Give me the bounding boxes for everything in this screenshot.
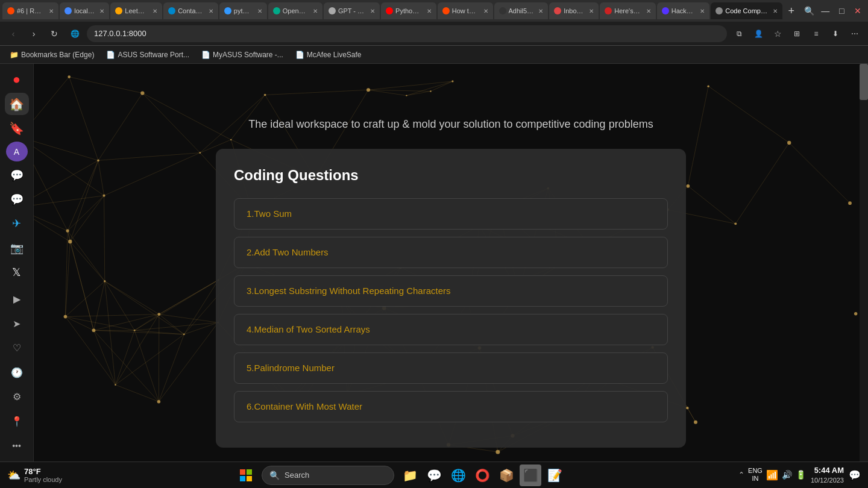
- clock-date: 10/12/2023: [811, 476, 844, 485]
- bookmark-mcafee[interactable]: 📄 McAfee LiveSafe: [291, 49, 366, 60]
- search-browser-icon[interactable]: 🔍: [801, 2, 816, 19]
- taskbar: ⛅ 78°F Partly cloudy 🔍 Search 📁 💬 🌐 ⭕: [0, 461, 868, 488]
- system-clock[interactable]: 5:44 AM 10/12/2023: [811, 465, 844, 486]
- taskbar-unknown1[interactable]: 📦: [495, 465, 517, 486]
- browser-tab-8[interactable]: Python D...✕: [381, 2, 436, 19]
- bookmark-label: McAfee LiveSafe: [307, 51, 362, 59]
- favorites-icon[interactable]: ☆: [769, 25, 786, 42]
- start-button[interactable]: [235, 465, 257, 486]
- taskbar-search[interactable]: 🔍 Search: [262, 466, 394, 485]
- clock-time: 5:44 AM: [811, 465, 844, 476]
- profile-icon[interactable]: 👤: [750, 25, 767, 42]
- bookmark-myasus[interactable]: 📄 MyASUS Software -...: [197, 49, 288, 60]
- sidebar-video-icon[interactable]: ▶: [5, 289, 29, 310]
- taskbar-opera[interactable]: ⭕: [471, 465, 493, 486]
- taskbar-teams[interactable]: 💬: [423, 465, 445, 486]
- lang-indicator[interactable]: ENGIN: [748, 467, 763, 483]
- svg-rect-2: [240, 476, 245, 481]
- collections-icon[interactable]: ⊞: [788, 25, 805, 42]
- weather-info: 78°F Partly cloudy: [24, 467, 62, 483]
- page-scrollbar[interactable]: [860, 64, 868, 461]
- bookmarks-bar: 📁 Bookmarks Bar (Edge) 📄 ASUS Software P…: [0, 46, 868, 64]
- browser-tab-5[interactable]: python -✕: [219, 2, 267, 19]
- wifi-icon[interactable]: 📶: [766, 469, 778, 481]
- question-item-1[interactable]: 1.Two Sum: [234, 198, 668, 230]
- back-button[interactable]: ‹: [5, 25, 22, 42]
- scrollbar-thumb[interactable]: [860, 64, 868, 100]
- reader-view-icon[interactable]: ≡: [808, 25, 825, 42]
- system-tray: ⌃ ENGIN 📶 🔊 🔋: [738, 467, 806, 483]
- tray-arrow-icon[interactable]: ⌃: [738, 471, 744, 479]
- address-bar: ‹ › ↻ 🌐 ⧉ 👤 ☆ ⊞ ≡ ⬇ ⋯: [0, 22, 868, 46]
- questions-list: 1.Two Sum2.Add Two Numbers3.Longest Subs…: [234, 198, 668, 422]
- bookmark-bar-folder[interactable]: 📁 Bookmarks Bar (Edge): [5, 49, 99, 60]
- sidebar-telegram-icon[interactable]: ✈: [5, 213, 29, 234]
- taskbar-fileexplorer[interactable]: 📁: [399, 465, 421, 486]
- url-input[interactable]: [87, 25, 727, 42]
- sidebar-pin-icon[interactable]: 📍: [5, 410, 29, 432]
- download-icon[interactable]: ⬇: [827, 25, 844, 42]
- sidebar-opera-icon[interactable]: ●: [5, 69, 29, 90]
- forward-button[interactable]: ›: [25, 25, 42, 42]
- question-item-3[interactable]: 3.Longest Substring Without Repeating Ch…: [234, 275, 668, 307]
- weather-temp: 78°F: [24, 467, 62, 476]
- bookmark-asus-portal[interactable]: 📄 ASUS Software Port...: [101, 49, 194, 60]
- maximize-button[interactable]: □: [834, 2, 849, 19]
- sidebar-settings-icon[interactable]: ⚙: [5, 386, 29, 408]
- search-text: Search: [285, 471, 309, 480]
- browser-tab-2[interactable]: localhost✕: [60, 2, 109, 19]
- battery-icon[interactable]: 🔋: [796, 470, 806, 480]
- sidebar-x-icon[interactable]: 𝕏: [5, 261, 29, 283]
- weather-widget[interactable]: ⛅ 78°F Partly cloudy: [7, 467, 62, 483]
- settings-icon[interactable]: ⋯: [846, 25, 863, 42]
- minimize-button[interactable]: —: [818, 2, 833, 19]
- taskbar-center: 🔍 Search 📁 💬 🌐 ⭕ 📦 ⬛ 📝: [62, 465, 738, 486]
- folder-icon: 📁: [10, 51, 19, 59]
- sidebar-instagram-icon[interactable]: 📷: [5, 237, 29, 259]
- taskbar-vscode[interactable]: 📝: [544, 465, 565, 486]
- question-item-4[interactable]: 4.Median of Two Sorted Arrays: [234, 314, 668, 345]
- sidebar-arc-icon[interactable]: A: [6, 142, 28, 161]
- hero-text: The ideal workspace to craft up & mold y…: [248, 118, 653, 131]
- extensions-icon[interactable]: ⧉: [731, 25, 747, 42]
- browser-tab-7[interactable]: GPT - Op...✕: [324, 2, 380, 19]
- browser-tab-14[interactable]: Code Companion✕: [711, 2, 782, 19]
- browser-tab-11[interactable]: Inbox (2)✕: [549, 2, 599, 19]
- question-item-6[interactable]: 6.Container With Most Water: [234, 391, 668, 422]
- weather-condition: Partly cloudy: [24, 476, 62, 483]
- question-item-2[interactable]: 2.Add Two Numbers: [234, 237, 668, 268]
- search-icon: 🔍: [269, 471, 280, 480]
- sidebar-heart-icon[interactable]: ♡: [5, 337, 29, 359]
- browser-tab-4[interactable]: Containe...✕: [163, 2, 218, 19]
- taskbar-left: ⛅ 78°F Partly cloudy: [7, 467, 62, 483]
- browser-tab-9[interactable]: How to N...✕: [438, 2, 493, 19]
- new-tab-button[interactable]: +: [784, 2, 799, 19]
- taskbar-unknown2[interactable]: ⬛: [520, 465, 541, 486]
- sidebar-clock-icon[interactable]: 🕐: [5, 361, 29, 383]
- browser-tab-13[interactable]: HackMa...✕: [657, 2, 709, 19]
- sidebar-send-icon[interactable]: ➤: [5, 313, 29, 334]
- browser-tab-3[interactable]: LeetCode✕: [110, 2, 162, 19]
- question-label-4: 4.Median of Two Sorted Arrays: [247, 324, 370, 334]
- sidebar-home-icon[interactable]: 🏠: [5, 93, 29, 114]
- close-button[interactable]: ✕: [851, 2, 866, 19]
- home-button[interactable]: 🌐: [66, 25, 83, 42]
- sidebar-whatsapp-icon[interactable]: 💬: [5, 189, 29, 210]
- browser-tab-1[interactable]: #6 | Reac...✕: [2, 2, 58, 19]
- taskbar-edge[interactable]: 🌐: [447, 465, 469, 486]
- question-label-1: 1.Two Sum: [247, 208, 292, 219]
- sidebar-messenger-icon[interactable]: 💬: [5, 164, 29, 186]
- browser-tab-10[interactable]: Adhil523...✕: [494, 2, 549, 19]
- question-item-5[interactable]: 5.Palindrome Number: [234, 352, 668, 384]
- refresh-button[interactable]: ↻: [46, 25, 63, 42]
- browser-tab-6[interactable]: OpenAI /...✕: [268, 2, 322, 19]
- svg-rect-3: [247, 476, 252, 481]
- sidebar-more-icon[interactable]: •••: [5, 435, 29, 457]
- sidebar-bookmark-icon[interactable]: 🔖: [5, 117, 29, 139]
- volume-icon[interactable]: 🔊: [782, 470, 792, 480]
- browser-tab-12[interactable]: Here's yo...✕: [600, 2, 656, 19]
- notification-icon[interactable]: 💬: [849, 469, 861, 481]
- page-content: The ideal workspace to craft up & mold y…: [34, 64, 868, 461]
- tab-bar: #6 | Reac...✕localhost✕LeetCode✕Containe…: [0, 0, 868, 22]
- bookmark-label: MyASUS Software -...: [213, 51, 283, 59]
